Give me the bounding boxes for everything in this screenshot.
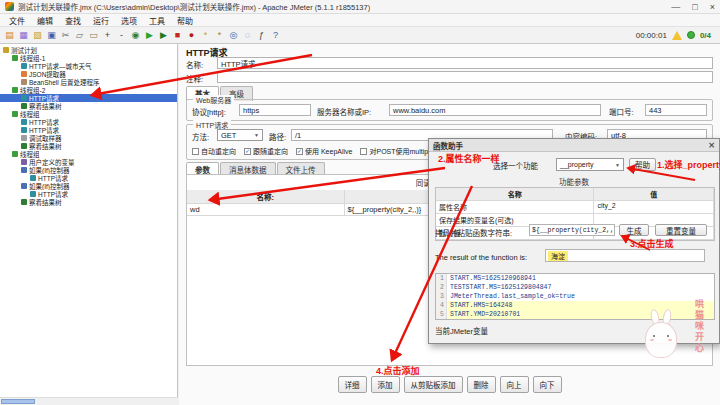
tree-item-17[interactable]: 如果(If)控制器 [0,182,177,190]
menu-工具[interactable]: 工具 [143,15,171,26]
tree-item-12[interactable]: 察看结果树 [0,142,177,150]
tree-item-19[interactable]: 察看结果树 [0,198,177,206]
comment-input[interactable] [217,71,713,83]
protocol-input[interactable]: https [239,104,311,116]
menu-查找[interactable]: 查找 [59,15,87,26]
shutdown-icon[interactable]: ● [185,29,198,42]
search-reset-icon[interactable]: ◌ [241,29,254,42]
checkbox-跟随重定向[interactable]: ✓跟随重定向 [244,146,288,156]
title-bar: 测试计划关联操作.jmx (C:\Users\admin\Desktop\测试计… [0,0,720,14]
result-label: The result of the function is: [435,253,527,262]
cut-icon[interactable]: ✂ [59,29,72,42]
tree-item-0[interactable]: 测试计划 [0,46,177,54]
tree-item-7[interactable]: 察看结果树 [0,102,177,110]
http-icon [30,175,36,181]
tree-item-15[interactable]: 如果(If)控制器 [0,166,177,174]
elapsed-timer: 00:00:01 [636,31,667,40]
checkbox-使用 KeepAlive[interactable]: ✓使用 KeepAlive [296,146,352,156]
server-input[interactable]: www.baidu.com [389,104,601,116]
menu-运行[interactable]: 运行 [87,15,115,26]
method-select[interactable]: GET ▼ [217,129,263,141]
reset-variables-button[interactable]: 重置变量 [655,224,707,236]
tree-item-2[interactable]: HTTP请求—城市天气 [0,62,177,70]
menu-文件[interactable]: 文件 [3,15,31,26]
expand-all-icon[interactable]: + [101,29,114,42]
threadgroup-icon [12,151,18,157]
menu-选项[interactable]: 选项 [115,15,143,26]
dialog-close-icon[interactable]: ✕ [708,141,715,150]
tree-item-4[interactable]: BeanShell 后置处理程序 [0,78,177,86]
clear-all-icon[interactable]: * [213,29,226,42]
close-button[interactable]: × [710,2,715,12]
add-from-clipboard-button[interactable]: 从剪贴板添加 [404,376,463,393]
help-icon[interactable]: ? [269,29,282,42]
add-button[interactable]: 添加 [371,376,400,393]
dialog-title-bar[interactable]: 函数助手 ✕ [429,139,719,152]
collapse-all-icon[interactable]: - [115,29,128,42]
detail-button[interactable]: 详细 [338,376,367,393]
jmeter-window: 测试计划关联操作.jmx (C:\Users\admin\Desktop\测试计… [0,0,720,405]
dialog-param-value[interactable]: city_2 [594,201,714,214]
log-warning-icon[interactable] [672,31,682,40]
window-title: 测试计划关联操作.jmx (C:\Users\admin\Desktop\测试计… [18,1,370,12]
results-icon [21,199,27,205]
checkbox-box-icon [192,148,199,155]
minimize-button[interactable]: — [671,2,680,12]
variable-text: START.HMS=164248 [447,302,512,309]
name-input[interactable]: HTTP请求 [217,57,713,69]
tree-item-14[interactable]: 用户定义的变量 [0,158,177,166]
search-icon[interactable]: ◎ [227,29,240,42]
save-icon[interactable]: ▣ [45,29,58,42]
port-input[interactable]: 443 [645,104,707,116]
params-column-header: 名称: [187,190,345,204]
tree-item-1[interactable]: 线程组-1 [0,54,177,62]
tree-item-label: 察看结果树 [29,142,62,150]
generate-button[interactable]: 生成 [619,224,649,236]
templates-icon[interactable]: ▦ [17,29,30,42]
open-file-icon[interactable]: ▧ [31,29,44,42]
function-helper-icon[interactable]: ƒ [255,29,268,42]
up-button[interactable]: 向上 [500,376,529,393]
tree-item-8[interactable]: 线程组 [0,110,177,118]
down-button[interactable]: 向下 [533,376,562,393]
bunny-sticker: 哄猫咪开心 [644,295,706,373]
help-button[interactable]: 帮助 [629,158,656,171]
protocol-label: 协议[http]: [192,106,226,117]
tree-item-18[interactable]: HTTP请求 [0,190,177,198]
menu-帮助[interactable]: 帮助 [171,15,199,26]
param-name-cell[interactable]: wd [187,204,345,216]
variable-line: 1START.MS=1625120968941 [436,274,714,283]
dialog-table-header: 名称值 [436,188,714,201]
copy-icon[interactable]: ▱ [73,29,86,42]
tree-item-6[interactable]: HTTP请求 [0,94,177,102]
tree-item-label: JSON提取器 [29,70,66,78]
chevron-down-icon: ▼ [615,162,620,168]
http-icon [21,63,27,69]
function-params-title: 功能参数 [429,176,719,187]
toggle-icon[interactable]: ◉ [129,29,142,42]
threadgroup-icon [12,87,18,93]
function-select[interactable]: __property ▼ [556,158,624,171]
tree-item-label: 如果(If)控制器 [29,182,69,190]
stop-icon[interactable]: ■ [171,29,184,42]
new-file-icon[interactable]: ▤ [3,29,16,42]
delete-button[interactable]: 删除 [467,376,496,393]
tree-item-10[interactable]: HTTP请求 [0,126,177,134]
start-no-pauses-icon[interactable]: ▶ [157,29,170,42]
menu-编辑[interactable]: 编辑 [31,15,59,26]
tree-item-9[interactable]: HTTP请求 [0,118,177,126]
clear-icon[interactable]: * [199,29,212,42]
checkbox-自动重定向[interactable]: 自动重定向 [192,146,236,156]
start-icon[interactable]: ▶ [143,29,156,42]
copy-string-value[interactable]: ${__property(city_2,,)} [529,224,615,236]
tree-item-13[interactable]: 线程组 [0,150,177,158]
maximize-button[interactable]: □ [692,2,697,12]
tree-horizontal-scrollbar[interactable] [0,397,178,405]
scrollbar-thumb[interactable] [1,399,35,404]
tree-item-16[interactable]: HTTP请求 [0,174,177,182]
tree-item-5[interactable]: 线程组-2 [0,86,177,94]
paste-icon[interactable]: ▭ [87,29,100,42]
tree-item-3[interactable]: JSON提取器 [0,70,177,78]
results-icon [21,103,27,109]
tree-item-11[interactable]: 调试取样器 [0,134,177,142]
